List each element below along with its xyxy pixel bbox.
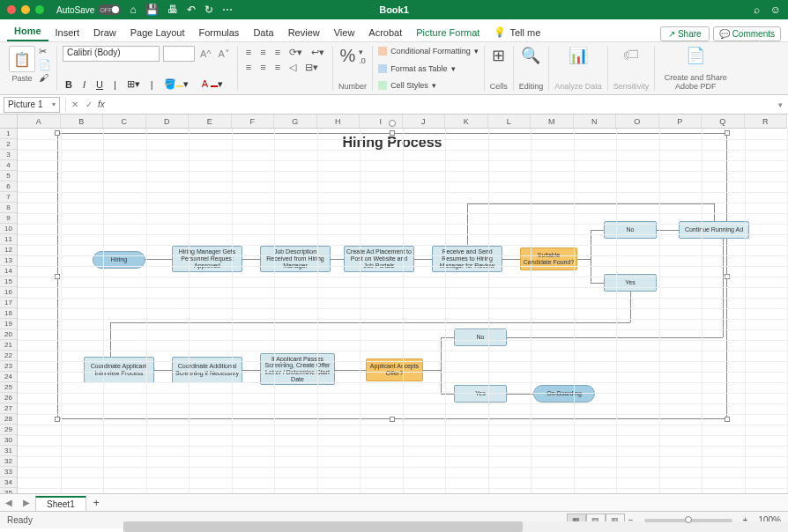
home-icon[interactable]: ⌂	[130, 4, 136, 16]
row-header[interactable]: 5	[0, 171, 17, 181]
format-as-table-menu[interactable]: Format as Table▾	[378, 63, 455, 74]
percent-icon[interactable]: %	[339, 46, 355, 66]
orientation-icon[interactable]: ⟳▾	[286, 46, 305, 59]
italic-button[interactable]: I	[80, 78, 88, 91]
column-header[interactable]: P	[659, 115, 703, 128]
cancel-icon[interactable]: ✕	[71, 100, 78, 109]
bold-button[interactable]: B	[63, 78, 75, 91]
zoom-slider[interactable]	[644, 519, 732, 522]
align-bottom-icon[interactable]: ≡	[272, 46, 283, 59]
decimal-icons[interactable]: .0	[359, 56, 366, 65]
tab-review[interactable]: Review	[281, 24, 327, 41]
row-header[interactable]: 31	[0, 446, 17, 456]
conditional-formatting-menu[interactable]: Conditional Formatting▾	[378, 46, 479, 56]
row-header[interactable]: 8	[0, 203, 17, 213]
editing-icon[interactable]: 🔍	[521, 46, 540, 65]
tab-acrobat[interactable]: Acrobat	[361, 24, 409, 41]
tab-home[interactable]: Home	[7, 22, 48, 41]
paste-button[interactable]: 📋	[9, 46, 35, 72]
row-header[interactable]: 25	[0, 382, 17, 393]
wrap-text-icon[interactable]: ↩▾	[309, 46, 327, 59]
minimize-window-button[interactable]	[21, 5, 30, 14]
row-header[interactable]: 34	[0, 477, 17, 488]
tab-draw[interactable]: Draw	[86, 24, 123, 41]
row-header[interactable]: 35	[0, 488, 17, 493]
column-header[interactable]: D	[146, 115, 190, 128]
undo-icon[interactable]: ↶	[187, 4, 196, 16]
analyze-icon[interactable]: 📊	[569, 46, 588, 65]
row-header[interactable]: 29	[0, 425, 17, 435]
column-header[interactable]: C	[103, 115, 146, 128]
row-header[interactable]: 28	[0, 414, 17, 425]
sensitivity-icon[interactable]: 🏷	[623, 46, 639, 64]
row-header[interactable]: 9	[0, 213, 17, 224]
row-header[interactable]: 30	[0, 435, 17, 446]
decrease-font-icon[interactable]: A˅	[217, 48, 232, 60]
decrease-indent-icon[interactable]: ◁	[286, 61, 299, 74]
row-header[interactable]: 3	[0, 150, 17, 160]
share-button[interactable]: ↗Share	[660, 26, 710, 41]
column-header[interactable]: N	[574, 115, 617, 128]
row-header[interactable]: 21	[0, 340, 17, 351]
row-header[interactable]: 2	[0, 139, 17, 150]
cell-styles-menu[interactable]: Cell Styles▾	[378, 80, 436, 91]
name-box[interactable]: Picture 1▾	[4, 97, 60, 113]
copy-icon[interactable]: 📄	[39, 59, 51, 70]
column-header[interactable]: L	[488, 115, 532, 128]
tab-page-layout[interactable]: Page Layout	[123, 24, 192, 41]
row-header[interactable]: 19	[0, 319, 17, 329]
row-header[interactable]: 15	[0, 277, 17, 287]
row-header[interactable]: 22	[0, 351, 17, 361]
cells-area[interactable]: Hiring Process Hiring Hiring Manager Get…	[18, 129, 788, 493]
row-header[interactable]: 10	[0, 224, 17, 234]
merge-icon[interactable]: ⊟▾	[302, 61, 321, 74]
tab-insert[interactable]: Insert	[48, 24, 87, 41]
underline-button[interactable]: U	[93, 78, 106, 91]
more-icon[interactable]: ⋯	[222, 4, 233, 16]
font-size-select[interactable]	[163, 46, 195, 62]
rotation-handle[interactable]	[389, 120, 396, 127]
column-header[interactable]: E	[189, 115, 232, 128]
row-header[interactable]: 20	[0, 329, 17, 340]
row-header[interactable]: 13	[0, 255, 17, 266]
font-name-select[interactable]: Calibri (Body)	[63, 46, 160, 62]
column-header[interactable]: K	[445, 115, 488, 128]
row-header[interactable]: 11	[0, 234, 17, 245]
select-all-corner[interactable]	[0, 115, 18, 128]
close-window-button[interactable]	[7, 5, 16, 14]
tab-picture-format[interactable]: Picture Format	[409, 24, 487, 41]
align-middle-icon[interactable]: ≡	[257, 46, 268, 59]
align-top-icon[interactable]: ≡	[243, 46, 254, 59]
tab-data[interactable]: Data	[246, 24, 280, 41]
row-header[interactable]: 24	[0, 372, 17, 382]
column-header[interactable]: O	[616, 115, 659, 128]
align-center-icon[interactable]: ≡	[257, 61, 268, 74]
enter-icon[interactable]: ✓	[85, 100, 93, 109]
row-header[interactable]: 12	[0, 245, 17, 255]
sheet-nav-next[interactable]: ▶	[18, 498, 35, 507]
search-icon[interactable]: ⌕	[754, 4, 760, 16]
comments-button[interactable]: 💬Comments	[713, 26, 781, 41]
add-sheet-button[interactable]: +	[86, 497, 107, 509]
row-header[interactable]: 33	[0, 467, 17, 477]
row-header[interactable]: 1	[0, 129, 17, 139]
column-header[interactable]: R	[745, 115, 788, 128]
tab-view[interactable]: View	[327, 24, 362, 41]
row-header[interactable]: 18	[0, 308, 17, 319]
tab-formulas[interactable]: Formulas	[192, 24, 247, 41]
redo-icon[interactable]: ↻	[204, 4, 213, 16]
column-header[interactable]: M	[531, 115, 574, 128]
cut-icon[interactable]: ✂	[39, 46, 51, 57]
cells-icon[interactable]: ⊞	[492, 46, 505, 65]
fill-color-button[interactable]: 🪣▾	[161, 78, 191, 91]
account-icon[interactable]: ☺	[770, 4, 781, 16]
horizontal-scrollbar[interactable]	[123, 521, 788, 532]
column-header[interactable]: G	[274, 115, 317, 128]
format-painter-icon[interactable]: 🖌	[39, 72, 51, 83]
adobe-pdf-icon[interactable]: 📄	[686, 46, 705, 65]
column-header[interactable]: A	[18, 115, 61, 128]
expand-formula-bar-icon[interactable]: ▾	[778, 100, 788, 109]
row-header[interactable]: 16	[0, 287, 17, 298]
column-header[interactable]: B	[61, 115, 104, 128]
increase-font-icon[interactable]: A^	[198, 48, 213, 59]
